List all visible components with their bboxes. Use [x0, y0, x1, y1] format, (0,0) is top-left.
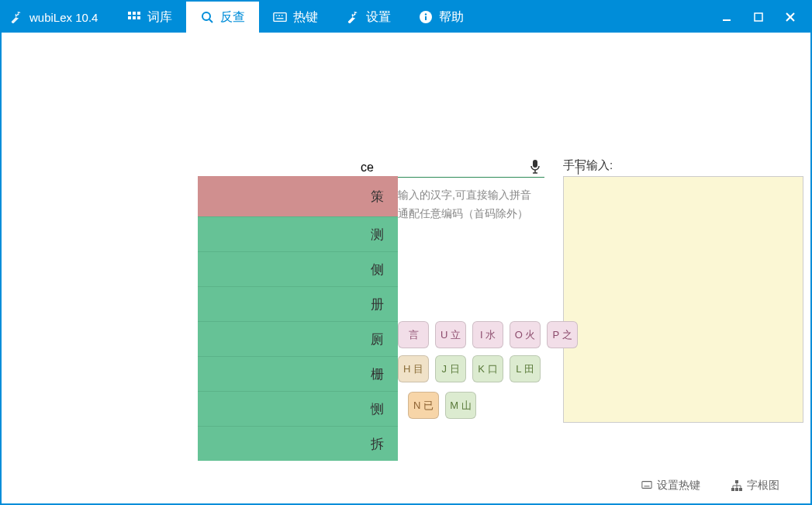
tree-icon — [731, 480, 742, 491]
keyboard-icon — [641, 480, 652, 491]
search-icon — [200, 10, 214, 24]
titlebar: wubiLex 10.4 词库 反查 热键 设置 帮助 — [2, 2, 810, 33]
keyboard-row-1: 言 U 立 I 水 O 火 P 之 — [398, 321, 578, 348]
wrench-icon — [346, 10, 360, 24]
footer-hotkey-link[interactable]: 设置热键 — [641, 479, 700, 493]
svg-rect-25 — [735, 480, 738, 483]
close-button[interactable] — [784, 11, 796, 23]
key[interactable]: J 日 — [435, 355, 466, 382]
suggestion-item[interactable]: 栅 — [198, 356, 398, 391]
tab-label: 帮助 — [439, 9, 464, 26]
footer-link-label: 字根图 — [747, 479, 779, 493]
key[interactable]: P 之 — [547, 321, 578, 348]
key[interactable]: K 口 — [472, 355, 503, 382]
footer-links: 设置热键 字根图 — [641, 479, 779, 493]
keyboard-icon — [273, 10, 287, 24]
search-row — [198, 159, 544, 178]
key[interactable]: H 目 — [398, 355, 429, 382]
hint-line: 通配任意编码（首码除外） — [398, 205, 531, 223]
suggestion-item[interactable]: 测 — [198, 216, 398, 251]
window-controls — [720, 11, 810, 23]
svg-rect-2 — [137, 12, 140, 15]
key[interactable]: U 立 — [435, 321, 466, 348]
footer-root-link[interactable]: 字根图 — [731, 479, 779, 493]
suggestion-item[interactable]: 策 — [198, 176, 398, 216]
key[interactable]: 言 — [398, 321, 429, 348]
key[interactable]: N 已 — [408, 392, 439, 419]
svg-point-15 — [425, 13, 427, 15]
footer-link-label: 设置热键 — [657, 479, 700, 493]
hint-line: 输入的汉字,可直接输入拼音 — [398, 186, 531, 205]
suggestion-item[interactable]: 侧 — [198, 251, 398, 286]
svg-rect-28 — [739, 488, 742, 491]
key[interactable]: I 水 — [472, 321, 503, 348]
tab-settings[interactable]: 设置 — [332, 2, 405, 33]
keyboard-row-2: H 目 J 日 K 口 L 田 — [398, 355, 541, 382]
content-area: 输入的汉字,可直接输入拼音 通配任意编码（首码除外） 策 测 侧 册 厕 栅 恻… — [2, 33, 810, 503]
svg-rect-14 — [425, 16, 427, 20]
mic-icon[interactable] — [529, 159, 544, 175]
tab-help[interactable]: 帮助 — [405, 2, 478, 33]
svg-rect-26 — [731, 488, 734, 491]
handwrite-label: 手写输入: — [563, 158, 613, 173]
svg-rect-1 — [133, 12, 136, 15]
key[interactable]: M 山 — [445, 392, 476, 419]
key[interactable]: O 火 — [510, 321, 541, 348]
svg-line-7 — [209, 19, 213, 22]
svg-rect-27 — [735, 488, 738, 491]
tab-label: 设置 — [366, 9, 391, 26]
svg-rect-5 — [137, 16, 140, 19]
keyboard-row-3: N 已 M 山 — [408, 392, 476, 419]
tab-hotkey[interactable]: 热键 — [259, 2, 332, 33]
suggestion-item[interactable]: 厕 — [198, 321, 398, 356]
tab-label: 热键 — [293, 9, 318, 26]
minimize-button[interactable] — [720, 11, 733, 23]
tab-dict[interactable]: 词库 — [113, 2, 186, 33]
svg-rect-23 — [642, 482, 651, 489]
key[interactable]: L 田 — [510, 355, 541, 382]
suggestion-list: 策 测 侧 册 厕 栅 恻 拆 — [198, 176, 398, 461]
svg-rect-20 — [533, 160, 537, 168]
svg-rect-4 — [133, 16, 136, 19]
svg-rect-3 — [128, 16, 131, 19]
tab-label: 反查 — [220, 9, 245, 26]
suggestion-item[interactable]: 册 — [198, 286, 398, 321]
svg-rect-8 — [274, 13, 286, 22]
wrench-icon — [9, 10, 23, 24]
svg-rect-0 — [128, 12, 131, 15]
hint-text: 输入的汉字,可直接输入拼音 通配任意编码（首码除外） — [398, 186, 531, 223]
svg-point-6 — [202, 12, 210, 20]
info-icon — [419, 10, 433, 24]
maximize-button[interactable] — [752, 11, 765, 23]
app-title: wubiLex 10.4 — [29, 11, 98, 24]
suggestion-item[interactable]: 拆 — [198, 426, 398, 461]
tab-lookup[interactable]: 反查 — [186, 2, 259, 33]
suggestion-item[interactable]: 恻 — [198, 391, 398, 426]
grid-icon — [127, 10, 141, 24]
tab-label: 词库 — [147, 9, 172, 26]
search-input[interactable] — [198, 161, 529, 175]
handwrite-panel[interactable] — [563, 176, 803, 423]
svg-rect-17 — [755, 13, 762, 21]
